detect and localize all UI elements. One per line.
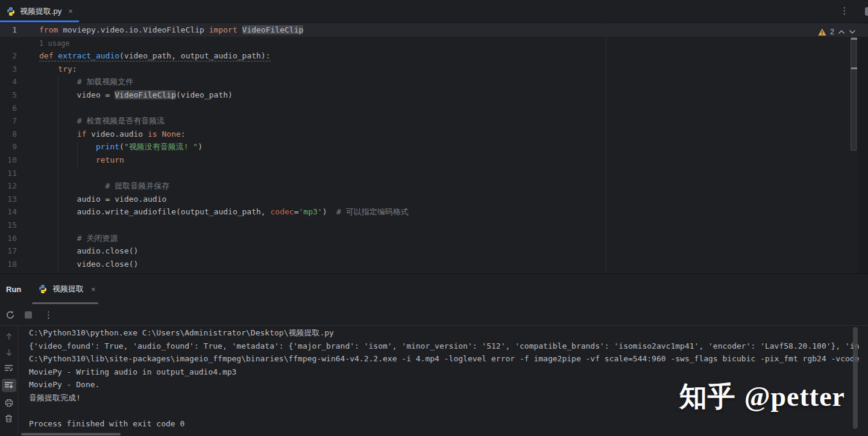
editor-tabbar: 视频提取.py × ⋮ xyxy=(0,0,868,22)
clipped-edge-icon xyxy=(865,7,868,16)
warning-icon xyxy=(818,28,826,36)
watermark-brand: 知乎 xyxy=(679,381,736,412)
up-stacktrace-icon[interactable] xyxy=(2,332,16,341)
line-number: 13 xyxy=(0,193,17,206)
inspection-widget[interactable]: 2 xyxy=(818,26,856,37)
code-line[interactable]: 6 xyxy=(0,102,868,115)
prev-problem-icon[interactable] xyxy=(838,30,845,34)
console-line: MoviePy - Writing audio in output_audio4… xyxy=(29,366,868,379)
code-line[interactable]: 7 # 检查视频是否有音频流 xyxy=(0,114,868,128)
line-number: 5 xyxy=(0,89,17,102)
console-gutter xyxy=(0,326,18,436)
code-line[interactable]: 5 video = VideoFileClip(video_path) xyxy=(0,89,868,102)
run-tab-video-extract[interactable]: 视频提取 × xyxy=(32,274,102,304)
code-line[interactable]: 16 # 关闭资源 xyxy=(0,232,868,245)
editor-scrollbar[interactable] xyxy=(851,37,857,151)
run-tab-title: 视频提取 xyxy=(52,284,84,294)
python-file-icon xyxy=(38,284,48,294)
code-line[interactable]: 3 try: xyxy=(0,63,868,76)
console-line: C:\Python310\python.exe C:\Users\Adminis… xyxy=(29,326,868,340)
editor-tab-title: 视频提取.py xyxy=(20,6,61,17)
indent-guide xyxy=(77,142,78,168)
line-number: 14 xyxy=(0,205,17,219)
usage-inlay-hint[interactable]: 1 usage xyxy=(0,37,868,50)
code-line[interactable]: 11 xyxy=(0,167,868,180)
code-line[interactable]: 18 video.close() xyxy=(0,258,868,271)
python-file-icon xyxy=(6,7,16,16)
warning-count: 2 xyxy=(830,28,834,36)
line-number: 10 xyxy=(0,154,17,167)
down-stacktrace-icon[interactable] xyxy=(2,347,16,357)
code-line[interactable]: 10 return xyxy=(0,154,868,167)
code-line[interactable]: 8 if video.audio is None: xyxy=(0,128,868,141)
code-line[interactable]: 14 audio.write_audiofile(output_audio_pa… xyxy=(0,205,868,219)
tabbar-more-icon[interactable]: ⋮ xyxy=(838,2,851,19)
line-number: 4 xyxy=(0,75,17,89)
editor-tab-video-extract[interactable]: 视频提取.py × xyxy=(0,0,81,22)
line-number: 7 xyxy=(0,114,17,128)
code-line[interactable]: 13 audio = video.audio xyxy=(0,193,868,206)
code-line[interactable]: 12 # 提取音频并保存 xyxy=(0,179,868,193)
code-editor[interactable]: 1from moviepy.video.io.VideoFileClip imp… xyxy=(0,22,868,273)
ide-window: 视频提取.py × ⋮ 1from moviepy.video.io.Video… xyxy=(0,0,868,436)
console-line: C:\Python310\lib\site-packages\imageio_f… xyxy=(29,352,868,366)
next-problem-icon[interactable] xyxy=(849,30,856,34)
line-number: 18 xyxy=(0,258,17,271)
console-line: {'video_found': True, 'audio_found': Tru… xyxy=(29,340,868,353)
code-line[interactable]: 17 audio.close() xyxy=(0,244,868,258)
line-number: 8 xyxy=(0,128,17,141)
toolbar-more-icon[interactable]: ⋮ xyxy=(44,310,53,320)
line-number: 17 xyxy=(0,244,17,258)
console-horizontal-scrollbar[interactable] xyxy=(21,433,121,435)
line-number: 6 xyxy=(0,102,17,115)
line-number: 1 xyxy=(0,23,17,37)
soft-wrap-icon[interactable] xyxy=(2,363,16,373)
run-toolbar: ⋮ xyxy=(0,304,868,326)
indent-guide xyxy=(58,76,58,273)
console-vertical-scrollbar[interactable] xyxy=(853,327,858,429)
editor-tab-close-icon[interactable]: × xyxy=(68,7,73,16)
line-number: 9 xyxy=(0,140,17,154)
code-lines: 1from moviepy.video.io.VideoFileClip imp… xyxy=(0,23,868,270)
console-line: Process finished with exit code 0 xyxy=(29,417,868,431)
clear-console-icon[interactable] xyxy=(2,414,16,423)
watermark-handle: @petter xyxy=(744,381,845,412)
watermark: 知乎@petter xyxy=(679,378,845,416)
line-number: 11 xyxy=(0,167,17,180)
line-number: 12 xyxy=(0,179,17,193)
line-number: 2 xyxy=(0,49,17,63)
rerun-button[interactable] xyxy=(3,308,17,322)
stripe-mark xyxy=(851,38,857,40)
scroll-to-end-icon[interactable] xyxy=(2,379,16,392)
run-panel-title: Run xyxy=(6,274,21,304)
line-number: 15 xyxy=(0,219,17,232)
stop-button[interactable] xyxy=(21,308,36,322)
line-number: 3 xyxy=(0,63,17,76)
code-line[interactable]: 4 # 加载视频文件 xyxy=(0,75,868,89)
stripe-mark xyxy=(851,67,857,69)
run-panel-header: Run 视频提取 × xyxy=(0,274,868,304)
code-line[interactable]: 9 print("视频没有音频流! ") xyxy=(0,140,868,154)
code-line[interactable]: 1from moviepy.video.io.VideoFileClip imp… xyxy=(0,23,868,37)
code-line[interactable]: 2def extract_audio(video_path, output_au… xyxy=(0,49,868,63)
code-line[interactable]: 15 xyxy=(0,219,868,232)
line-number: 16 xyxy=(0,232,17,245)
print-icon[interactable] xyxy=(2,398,16,408)
run-tab-close-icon[interactable]: × xyxy=(91,285,96,294)
